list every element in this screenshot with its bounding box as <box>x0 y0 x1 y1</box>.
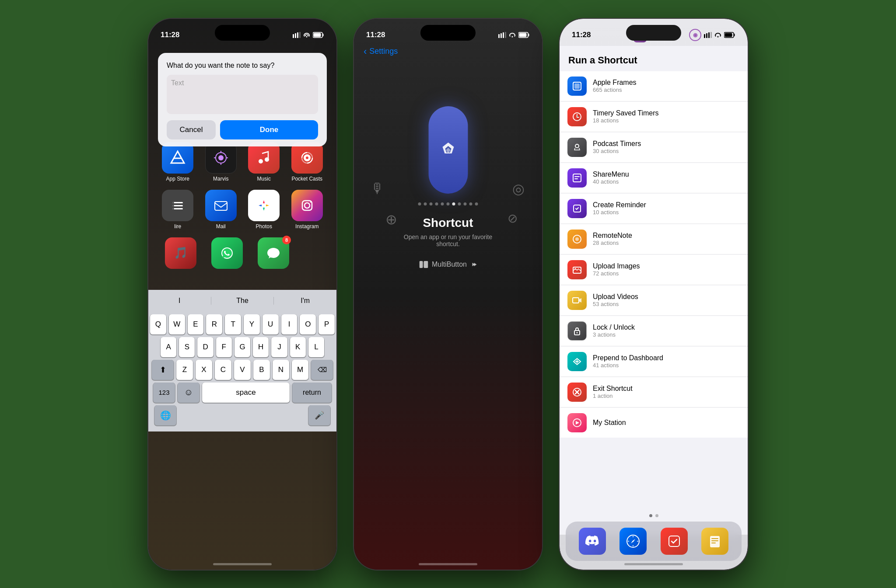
status-time-3: 11:28 <box>572 31 591 39</box>
key-o[interactable]: O <box>300 314 316 334</box>
pred-word-2[interactable]: The <box>211 297 274 305</box>
cancel-button[interactable]: Cancel <box>167 120 216 139</box>
key-v[interactable]: V <box>234 360 251 380</box>
key-b[interactable]: B <box>253 360 270 380</box>
dock-discord[interactable] <box>579 528 606 555</box>
list-item-my-station[interactable]: My Station <box>560 408 748 438</box>
list-item-podcast-timers[interactable]: Podcast Timers 30 actions <box>560 132 748 163</box>
app-label-lire: lire <box>174 223 181 230</box>
key-y[interactable]: Y <box>244 314 260 334</box>
icon-remotenote <box>567 230 587 249</box>
actions-create-reminder: 10 actions <box>593 209 740 216</box>
key-c[interactable]: C <box>215 360 231 380</box>
svg-point-55 <box>574 268 576 270</box>
delete-key[interactable]: ⌫ <box>311 360 333 380</box>
pred-word-3[interactable]: I'm <box>274 297 336 305</box>
list-item-timery[interactable]: Timery Saved Timers 18 actions <box>560 102 748 132</box>
emoji-key[interactable]: ☺ <box>178 383 200 403</box>
key-q[interactable]: Q <box>150 314 166 334</box>
phone2-background <box>354 19 542 570</box>
app-icon-instagram[interactable]: Instagram <box>288 190 326 230</box>
app-label-music: Music <box>257 176 271 182</box>
key-u[interactable]: U <box>262 314 279 334</box>
list-item-exit-shortcut[interactable]: Exit Shortcut 1 action <box>560 377 748 407</box>
app-icon-mail[interactable]: Mail <box>202 190 240 230</box>
key-g[interactable]: G <box>234 337 250 357</box>
key-s[interactable]: S <box>179 337 195 357</box>
info-upload-images: Upload Images 72 actions <box>593 262 740 277</box>
key-d[interactable]: D <box>197 337 213 357</box>
svg-point-24 <box>310 201 311 202</box>
dialog-buttons: Cancel Done <box>167 120 318 139</box>
dot-9 <box>464 202 467 205</box>
dot-7-active <box>452 202 455 205</box>
settings-nav: ‹ Settings <box>354 46 542 57</box>
list-item-create-reminder[interactable]: Create Reminder 10 actions <box>560 194 748 224</box>
pred-word-1[interactable]: I <box>148 297 211 305</box>
app-icon-appstore[interactable]: App Store <box>158 142 197 182</box>
key-h[interactable]: H <box>253 337 269 357</box>
dynamic-island-1 <box>215 25 270 41</box>
globe-key[interactable]: 🌐 <box>154 405 176 425</box>
mic-key[interactable]: 🎤 <box>308 405 330 425</box>
info-sharemenu: ShareMenu 40 actions <box>593 170 740 185</box>
app-icon-pocketcasts[interactable]: Pocket Casts <box>288 142 326 182</box>
phone-2: 11:28 ‹ Settings 🎙 ⊕ ◎ ⊘ <box>354 19 542 570</box>
key-r[interactable]: R <box>206 314 222 334</box>
return-key[interactable]: return <box>292 383 332 403</box>
note-text-input[interactable]: Text <box>167 75 318 114</box>
key-n[interactable]: N <box>273 360 289 380</box>
dock-reminders[interactable] <box>661 528 688 555</box>
key-w[interactable]: W <box>169 314 185 334</box>
list-item-prepend-dashboard[interactable]: Prepend to Dashboard 41 actions <box>560 347 748 377</box>
run-shortcut-panel: Run a Shortcut Apple Frames 665 actions <box>560 46 748 535</box>
svg-rect-56 <box>573 298 579 303</box>
name-podcast-timers: Podcast Timers <box>593 140 740 148</box>
dock-safari[interactable] <box>620 528 647 555</box>
app-label-pocketcasts: Pocket Casts <box>291 176 322 182</box>
home-indicator-1 <box>213 563 272 565</box>
space-key[interactable]: space <box>202 383 290 403</box>
key-m[interactable]: M <box>292 360 308 380</box>
list-item-remotenote[interactable]: RemoteNote 28 actions <box>560 224 748 254</box>
app-icon-whatsapp[interactable] <box>208 237 246 271</box>
key-f[interactable]: F <box>216 337 232 357</box>
svg-point-53 <box>575 237 579 241</box>
list-item-lock-unlock[interactable]: Lock / Unlock 3 actions <box>560 316 748 346</box>
app-icon-group1[interactable]: 🎵 <box>161 237 200 271</box>
key-a[interactable]: A <box>161 337 176 357</box>
key-t[interactable]: T <box>225 314 241 334</box>
key-p[interactable]: P <box>318 314 335 334</box>
done-button[interactable]: Done <box>220 120 318 139</box>
list-item-apple-frames[interactable]: Apple Frames 665 actions <box>560 71 748 101</box>
num-key[interactable]: 123 <box>153 383 175 403</box>
shortcuts-icon <box>437 139 459 161</box>
key-j[interactable]: J <box>271 337 287 357</box>
app-icon-lire[interactable]: lire <box>158 190 197 230</box>
svg-rect-35 <box>424 261 428 268</box>
back-button[interactable]: ‹ Settings <box>364 46 532 57</box>
key-z[interactable]: Z <box>176 360 193 380</box>
list-item-upload-videos[interactable]: Upload Videos 53 actions <box>560 285 748 316</box>
key-e[interactable]: E <box>188 314 204 334</box>
key-k[interactable]: K <box>290 337 306 357</box>
key-x[interactable]: X <box>196 360 212 380</box>
key-l[interactable]: L <box>308 337 324 357</box>
home-indicator-2 <box>419 563 477 565</box>
actions-lock-unlock: 3 actions <box>593 331 740 338</box>
app-icon-photos[interactable]: Photos <box>245 190 283 230</box>
list-item-upload-images[interactable]: Upload Images 72 actions <box>560 255 748 285</box>
app-icon-music[interactable]: Music <box>245 142 283 182</box>
name-sharemenu: ShareMenu <box>593 170 740 178</box>
app-row-2: lire Mail <box>156 190 329 230</box>
app-icon-marvis[interactable]: Marvis <box>202 142 240 182</box>
svg-rect-48 <box>573 174 581 182</box>
note-placeholder: Text <box>171 79 184 87</box>
list-item-sharemenu[interactable]: ShareMenu 40 actions <box>560 163 748 193</box>
dock-notes[interactable] <box>701 528 728 555</box>
shortcut-pill <box>428 106 468 194</box>
app-icon-messages[interactable]: 8 <box>254 237 293 271</box>
side-icon-right-slash: ⊘ <box>508 211 518 226</box>
shift-key[interactable]: ⬆ <box>152 360 174 380</box>
key-i[interactable]: I <box>281 314 298 334</box>
